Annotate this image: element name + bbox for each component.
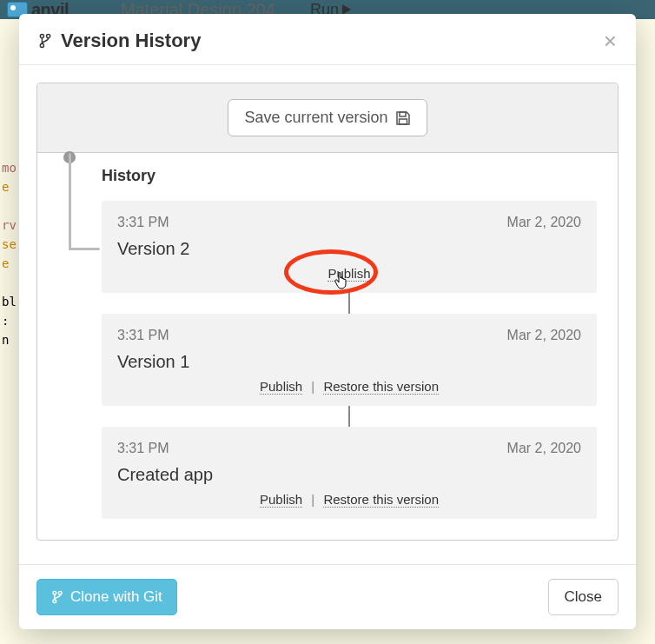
- version-actions: Publish | Restore this version: [117, 492, 581, 507]
- timeline-elbow: [69, 248, 100, 250]
- save-button-label: Save current version: [244, 109, 387, 127]
- modal-title: Version History: [61, 30, 201, 52]
- svg-rect-3: [400, 112, 406, 116]
- version-card[interactable]: 3:31 PM Mar 2, 2020 Created app Publish …: [102, 427, 597, 519]
- background-code-lines: mo e rv se e bl : n: [2, 158, 17, 349]
- version-connector: [348, 406, 350, 427]
- version-list: 3:31 PM Mar 2, 2020 Version 2 Publish: [102, 201, 597, 519]
- modal-header: Version History ×: [19, 14, 636, 65]
- version-actions: Publish | Restore this version: [117, 379, 581, 394]
- modal-body: Save current version History: [19, 65, 636, 564]
- history-heading: History: [102, 167, 597, 185]
- version-name: Version 1: [117, 352, 581, 372]
- version-card[interactable]: 3:31 PM Mar 2, 2020 Version 1 Publish | …: [102, 314, 597, 406]
- publish-link[interactable]: Publish: [260, 379, 302, 395]
- git-branch-icon: [51, 590, 63, 604]
- svg-point-6: [58, 591, 62, 594]
- restore-link[interactable]: Restore this version: [323, 379, 439, 395]
- floppy-disk-icon: [395, 110, 411, 126]
- cursor-pointer-icon: [334, 272, 348, 289]
- history-body: History 3:31 PM Mar 2, 2020 Version 2 Pu…: [37, 153, 618, 540]
- version-name: Version 2: [117, 239, 581, 259]
- modal-footer: Clone with Git Close: [19, 564, 636, 629]
- svg-rect-4: [399, 119, 407, 124]
- version-time: 3:31 PM: [117, 215, 169, 230]
- save-current-version-button[interactable]: Save current version: [228, 99, 427, 136]
- save-version-bar: Save current version: [37, 83, 618, 153]
- version-time: 3:31 PM: [117, 441, 169, 456]
- history-panel: Save current version History: [36, 83, 619, 541]
- git-branch-icon: [38, 33, 52, 49]
- version-card[interactable]: 3:31 PM Mar 2, 2020 Version 2 Publish: [102, 201, 597, 293]
- version-date: Mar 2, 2020: [507, 215, 581, 230]
- version-connector: [348, 293, 350, 314]
- version-name: Created app: [117, 465, 581, 485]
- version-date: Mar 2, 2020: [507, 441, 581, 456]
- svg-point-5: [53, 591, 56, 594]
- close-button[interactable]: Close: [548, 579, 619, 615]
- svg-point-2: [40, 43, 43, 47]
- restore-link[interactable]: Restore this version: [323, 492, 439, 508]
- publish-link[interactable]: Publish: [260, 492, 302, 508]
- svg-point-0: [40, 35, 43, 38]
- version-date: Mar 2, 2020: [507, 328, 581, 343]
- clone-button-label: Clone with Git: [70, 588, 162, 606]
- action-separator: |: [311, 492, 314, 507]
- version-actions: Publish: [117, 266, 581, 281]
- timeline-stem: [69, 153, 71, 250]
- version-history-modal: Version History × Save current version: [19, 14, 636, 629]
- close-icon[interactable]: ×: [604, 30, 617, 52]
- version-time: 3:31 PM: [117, 328, 169, 343]
- svg-point-7: [53, 600, 56, 603]
- action-separator: |: [311, 379, 314, 394]
- clone-with-git-button[interactable]: Clone with Git: [36, 579, 177, 615]
- svg-point-1: [47, 35, 50, 38]
